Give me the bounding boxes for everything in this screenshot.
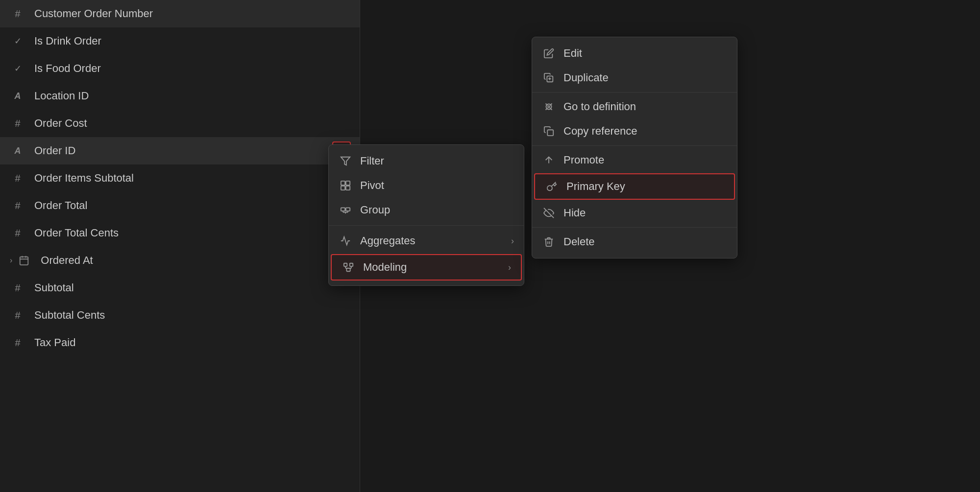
filter-label: Filter: [360, 155, 514, 167]
check-icon: ✓: [10, 36, 25, 47]
menu-item-group[interactable]: Group: [329, 198, 524, 222]
aggregates-icon: [339, 235, 352, 246]
svg-rect-7: [341, 186, 345, 190]
text-icon-order-id: A: [10, 146, 25, 156]
menu-item-go-to-definition[interactable]: Go to definition: [532, 94, 737, 119]
field-name-customer-order-number: Customer Order Number: [34, 7, 350, 20]
menu-item-primary-key[interactable]: Primary Key: [534, 173, 735, 200]
filter-icon: [339, 156, 352, 166]
svg-rect-16: [350, 263, 353, 266]
text-icon-location: A: [10, 91, 25, 101]
menu-item-aggregates[interactable]: Aggregates ›: [329, 229, 524, 253]
context-menu-primary: Filter Pivot Group: [328, 144, 524, 286]
field-item-order-total-cents[interactable]: # Order Total Cents: [0, 219, 360, 247]
menu-divider-3: [532, 145, 737, 146]
modeling-icon: [342, 262, 355, 273]
svg-rect-15: [344, 263, 347, 266]
svg-rect-27: [547, 130, 553, 136]
hash-icon: #: [10, 8, 25, 20]
svg-rect-17: [346, 268, 350, 271]
menu-item-filter[interactable]: Filter: [329, 149, 524, 173]
edit-label: Edit: [564, 47, 727, 60]
aggregates-arrow: ›: [511, 236, 514, 246]
field-name-is-drink-order: Is Drink Order: [34, 35, 350, 47]
field-item-is-food-order[interactable]: ✓ Is Food Order: [0, 55, 360, 82]
modeling-label: Modeling: [363, 261, 500, 274]
field-name-location-id: Location ID: [34, 90, 350, 102]
svg-marker-4: [341, 157, 350, 165]
field-name-tax-paid: Tax Paid: [34, 336, 350, 349]
calendar-icon: [16, 255, 32, 266]
field-name-subtotal-cents: Subtotal Cents: [34, 309, 350, 322]
field-name-subtotal: Subtotal: [34, 281, 350, 294]
hash-icon-4: #: [10, 200, 25, 211]
hide-label: Hide: [564, 207, 727, 219]
svg-point-26: [546, 104, 552, 110]
field-item-is-drink-order[interactable]: ✓ Is Drink Order: [0, 27, 360, 55]
field-name-order-id: Order ID: [34, 144, 350, 157]
svg-rect-10: [346, 208, 350, 211]
svg-rect-8: [346, 186, 350, 190]
group-icon: [339, 205, 352, 215]
hide-icon: [542, 208, 556, 218]
menu-item-hide[interactable]: Hide: [532, 201, 737, 225]
field-name-is-food-order: Is Food Order: [34, 62, 350, 75]
duplicate-icon: [542, 72, 556, 83]
goto-definition-label: Go to definition: [564, 100, 727, 113]
promote-icon: [542, 155, 556, 165]
aggregates-label: Aggregates: [360, 234, 503, 247]
field-item-subtotal[interactable]: # Subtotal: [0, 274, 360, 302]
menu-item-edit[interactable]: Edit: [532, 41, 737, 66]
field-name-order-cost: Order Cost: [34, 117, 350, 130]
context-menu-secondary: Edit Duplicate Go to definitio: [532, 37, 737, 258]
check-icon-2: ✓: [10, 63, 25, 74]
field-item-subtotal-cents[interactable]: # Subtotal Cents: [0, 302, 360, 329]
field-name-order-total: Order Total: [34, 199, 350, 212]
group-label: Group: [360, 204, 514, 216]
field-item-tax-paid[interactable]: # Tax Paid: [0, 329, 360, 356]
svg-rect-5: [341, 181, 345, 185]
menu-item-modeling[interactable]: Modeling ›: [331, 254, 522, 281]
pivot-label: Pivot: [360, 179, 514, 192]
svg-point-25: [548, 106, 550, 108]
field-item-order-items-subtotal[interactable]: # Order Items Subtotal: [0, 164, 360, 192]
field-item-ordered-at[interactable]: › Ordered At: [0, 247, 360, 274]
delete-icon: [542, 236, 556, 247]
field-item-order-cost[interactable]: # Order Cost: [0, 110, 360, 137]
field-item-order-id[interactable]: A Order ID ⋮: [0, 137, 360, 164]
hash-icon-8: #: [10, 337, 25, 349]
duplicate-label: Duplicate: [564, 71, 727, 84]
svg-rect-9: [341, 208, 345, 211]
field-item-order-total[interactable]: # Order Total: [0, 192, 360, 219]
svg-rect-0: [20, 257, 28, 265]
hash-icon-3: #: [10, 173, 25, 184]
goto-icon: [542, 101, 556, 112]
copy-reference-label: Copy reference: [564, 125, 727, 138]
menu-item-delete[interactable]: Delete: [532, 230, 737, 254]
hash-icon-5: #: [10, 228, 25, 239]
delete-label: Delete: [564, 235, 727, 248]
menu-item-pivot[interactable]: Pivot: [329, 173, 524, 198]
hash-icon-2: #: [10, 118, 25, 129]
menu-divider-1: [329, 225, 524, 226]
field-item-customer-order-number[interactable]: # Customer Order Number: [0, 0, 360, 27]
menu-item-duplicate[interactable]: Duplicate: [532, 66, 737, 90]
menu-divider-2: [532, 92, 737, 93]
field-name-ordered-at: Ordered At: [41, 254, 350, 267]
hash-icon-6: #: [10, 282, 25, 294]
svg-rect-6: [346, 181, 350, 185]
field-name-order-total-cents: Order Total Cents: [34, 227, 350, 239]
key-icon: [545, 181, 559, 192]
modeling-arrow: ›: [508, 262, 511, 273]
field-name-order-items-subtotal: Order Items Subtotal: [34, 172, 350, 185]
copy-ref-icon: [542, 126, 556, 137]
menu-item-copy-reference[interactable]: Copy reference: [532, 119, 737, 143]
expand-arrow-icon: ›: [10, 256, 12, 265]
hash-icon-7: #: [10, 310, 25, 321]
edit-icon: [542, 48, 556, 59]
menu-divider-4: [532, 227, 737, 228]
menu-item-promote[interactable]: Promote: [532, 148, 737, 172]
field-item-location-id[interactable]: A Location ID: [0, 82, 360, 110]
primary-key-label: Primary Key: [566, 180, 724, 193]
pivot-icon: [339, 180, 352, 191]
